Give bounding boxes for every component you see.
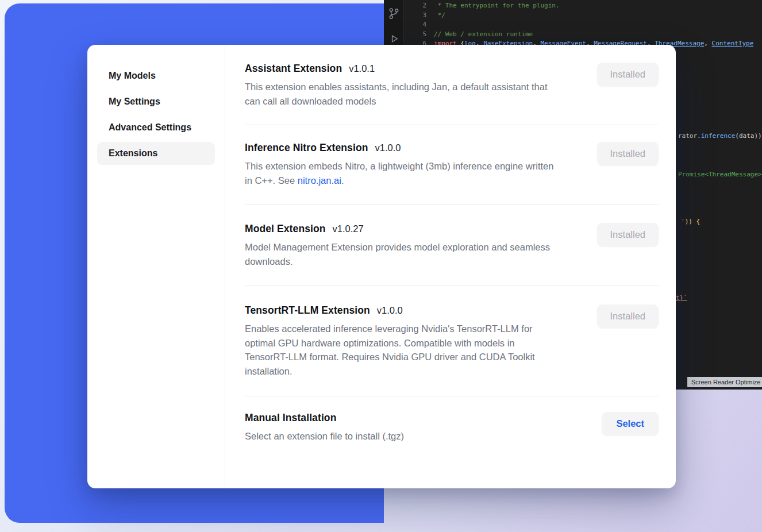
extension-version: v1.0.1	[349, 63, 375, 74]
line-number: 2	[384, 1, 426, 11]
extension-description: This extension enables assistants, inclu…	[245, 80, 558, 108]
code-line: 5 // Web / extension runtime	[384, 30, 762, 40]
extension-version: v1.0.0	[375, 142, 401, 153]
code-text: // Web / extension runtime	[426, 30, 533, 40]
code-area: 2 * The entrypoint for the plugin. 3 */ …	[384, 1, 762, 49]
punct: (data));	[735, 132, 762, 140]
extension-row-nitro: Inference Nitro Extension v1.0.0 This ex…	[245, 125, 659, 205]
description-text: This extension embeds Nitro, a lightweig…	[245, 161, 553, 186]
code-line: 3 */	[384, 11, 762, 21]
extension-description: Enables accelerated inference leveraging…	[245, 322, 558, 378]
code-fragment: ')) {	[681, 218, 700, 225]
import-identifier: ContentType	[712, 40, 754, 47]
extension-name: Inference Nitro Extension	[245, 142, 368, 154]
line-number: 5	[384, 30, 426, 40]
extension-description: This extension embeds Nitro, a lightweig…	[245, 159, 558, 187]
extension-title: TensortRT-LLM Extension v1.0.0	[245, 304, 558, 317]
string-token: t}`	[676, 294, 687, 302]
type-name: Promise<ThreadMessage>	[678, 171, 762, 178]
screenshot-root: 2 * The entrypoint for the plugin. 3 */ …	[0, 0, 762, 532]
extension-row-model: Model Extension v1.0.27 Model Management…	[245, 205, 659, 286]
installed-button[interactable]: Installed	[597, 304, 659, 328]
extension-name: Model Extension	[245, 223, 326, 235]
extension-title: Model Extension v1.0.27	[245, 223, 558, 235]
code-text	[426, 20, 434, 30]
extension-info: Inference Nitro Extension v1.0.0 This ex…	[245, 142, 558, 187]
line-number: 3	[384, 11, 426, 21]
code-text: */	[426, 11, 445, 21]
code-text: rator.	[678, 132, 701, 140]
sidebar-item-my-models[interactable]: My Models	[97, 64, 215, 87]
installed-button[interactable]: Installed	[597, 63, 659, 86]
manual-installation-row: Manual Installation Select an extension …	[245, 396, 659, 444]
extension-title: Inference Nitro Extension v1.0.0	[245, 142, 558, 154]
extension-description: Model Management Extension provides mode…	[245, 240, 558, 268]
line-number: 4	[384, 20, 426, 30]
sidebar-item-advanced-settings[interactable]: Advanced Settings	[97, 116, 215, 139]
manual-installation-description: Select an extension file to install (.tg…	[245, 429, 404, 444]
code-fragment: t}`	[676, 294, 687, 302]
extension-version: v1.0.27	[333, 223, 364, 234]
extension-name: TensortRT-LLM Extension	[245, 304, 370, 317]
sidebar-item-extensions[interactable]: Extensions	[97, 142, 215, 165]
settings-modal: My Models My Settings Advanced Settings …	[87, 45, 676, 488]
extension-info: Model Extension v1.0.27 Model Management…	[245, 223, 558, 268]
extension-info: Assistant Extension v1.0.1 This extensio…	[245, 63, 558, 108]
code-text: * The entrypoint for the plugin.	[426, 1, 560, 11]
extension-row-tensorrt: TensortRT-LLM Extension v1.0.0 Enables a…	[245, 286, 659, 396]
function-name: inference	[701, 132, 736, 140]
manual-installation-title: Manual Installation	[245, 412, 336, 424]
installed-button[interactable]: Installed	[597, 142, 659, 165]
code-fragment: rator.inference(data));	[678, 132, 762, 140]
code-line: 2 * The entrypoint for the plugin.	[384, 1, 762, 11]
extension-title: Assistant Extension v1.0.1	[245, 63, 558, 75]
sidebar-item-my-settings[interactable]: My Settings	[97, 90, 215, 113]
code-line: 4	[384, 20, 762, 30]
extension-info: Manual Installation Select an extension …	[245, 412, 404, 444]
extension-info: TensortRT-LLM Extension v1.0.0 Enables a…	[245, 304, 558, 378]
punct: ,	[704, 40, 711, 47]
select-file-button[interactable]: Select	[602, 412, 659, 435]
code-fragment: Promise<ThreadMessage>	[678, 171, 762, 178]
extensions-panel: Assistant Extension v1.0.1 This extensio…	[225, 45, 676, 488]
extension-title: Manual Installation	[245, 412, 404, 424]
bracket-token: )) {	[685, 218, 701, 225]
extension-name: Assistant Extension	[245, 63, 342, 75]
installed-button[interactable]: Installed	[597, 223, 659, 246]
nitro-jan-ai-link[interactable]: nitro.jan.ai	[298, 175, 341, 186]
extension-version: v1.0.0	[377, 305, 403, 316]
settings-sidebar: My Models My Settings Advanced Settings …	[87, 45, 225, 488]
screen-reader-notice: Screen Reader Optimize	[687, 377, 762, 387]
description-text: .	[341, 175, 344, 186]
string-token: '	[681, 218, 685, 225]
extension-row-assistant: Assistant Extension v1.0.1 This extensio…	[245, 45, 659, 125]
